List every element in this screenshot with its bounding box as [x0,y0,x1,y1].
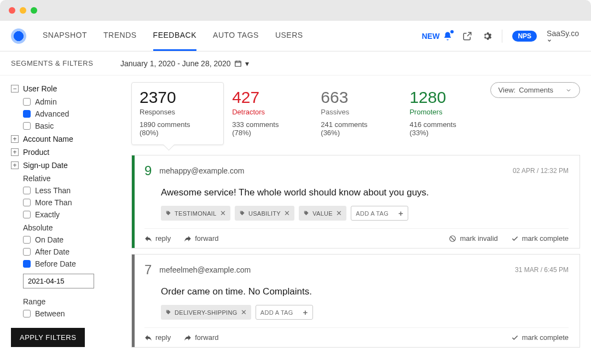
expand-icon: + [11,148,19,156]
plus-icon: + [398,209,403,218]
action-label: reply [155,333,171,342]
respondent-email[interactable]: mehappy@example.com [159,166,244,175]
filter-signup-date-toggle[interactable]: +Sign-up Date [11,161,109,170]
feedback-card: 7 mefeelmeh@example.com 31 MAR / 6:45 PM… [131,254,580,348]
stat-responses[interactable]: 2370 Responses 1890 comments (80%) [131,82,224,145]
filter-account-name-toggle[interactable]: +Account Name [11,135,109,143]
nav-trends[interactable]: TRENDS [103,21,137,51]
checkbox [23,110,31,118]
stat-detractors[interactable]: 427 Detractors 333 comments (78%) [224,82,312,145]
expand-icon: + [11,161,19,169]
filter-option-basic[interactable]: Basic [23,122,109,130]
nav-users[interactable]: USERS [275,21,303,51]
caret-down-icon: ▾ [245,59,249,68]
nav-auto-tags[interactable]: AUTO TAGS [213,21,259,51]
view-select[interactable]: View: Comments [490,82,580,98]
tag-remove-icon[interactable]: ✕ [220,209,226,217]
reply-action[interactable]: reply [144,333,171,342]
stat-label: Detractors [232,108,298,116]
option-label: Exactly [35,210,60,219]
forward-action[interactable]: forward [184,333,218,342]
tag-remove-icon[interactable]: ✕ [336,209,342,217]
tag-remove-icon[interactable]: ✕ [284,209,290,217]
checkbox [23,260,31,268]
stats-row: 2370 Responses 1890 comments (80%) 427 D… [131,82,591,145]
company-name: SaaSy.co [547,29,579,38]
filter-option-more-than[interactable]: More Than [23,198,109,207]
tag[interactable]: VALUE✕ [299,206,346,221]
filter-product-toggle[interactable]: +Product [11,148,109,157]
filter-option-admin[interactable]: Admin [23,97,109,106]
mark-complete-action[interactable]: mark complete [511,234,569,242]
checkbox [23,236,31,244]
bell-icon[interactable] [443,31,453,41]
date-range-text: January 1, 2020 - June 28, 2020 [120,59,231,68]
stat-passives[interactable]: 663 Passives 241 comments (36%) [312,82,401,145]
action-label: forward [195,333,218,342]
top-navigation: SNAPSHOT TRENDS FEEDBACK AUTO TAGS USERS… [0,21,591,51]
tag[interactable]: USABILITY✕ [235,206,294,221]
filter-option-exactly[interactable]: Exactly [23,210,109,219]
calendar-icon [234,60,242,67]
filter-option-less-than[interactable]: Less Than [23,186,109,195]
filter-option-between[interactable]: Between [23,309,109,318]
option-label: Admin [35,97,57,106]
share-icon[interactable] [462,31,472,41]
stat-number: 2370 [140,88,209,107]
date-range-picker[interactable]: January 1, 2020 - June 28, 2020 ▾ [120,59,249,68]
filter-label: Account Name [23,135,73,143]
checkbox [23,248,31,256]
stat-label: Responses [140,108,209,116]
nps-badge[interactable]: NPS [512,31,537,42]
window-close-dot[interactable] [9,7,15,14]
date-input[interactable] [23,274,94,288]
add-tag-label: ADD A TAG [356,210,389,217]
filter-label: Product [23,148,49,157]
option-label: Between [35,309,65,318]
feedback-card: 9 mehappy@example.com 02 APR / 12:32 PM … [131,155,580,249]
company-switcher[interactable]: SaaSy.co [547,29,580,43]
respondent-email[interactable]: mefeelmeh@example.com [159,265,251,274]
gear-icon[interactable] [482,31,492,41]
checkbox [23,199,31,206]
tag-label: DELIVERY-SHIPPING [175,309,237,316]
timestamp: 31 MAR / 6:45 PM [515,266,569,274]
action-label: mark complete [522,234,569,242]
tags-row: DELIVERY-SHIPPING✕ ADD A TAG+ [144,305,569,320]
timestamp: 02 APR / 12:32 PM [513,167,569,175]
window-maximize-dot[interactable] [31,7,37,14]
window-minimize-dot[interactable] [20,7,26,14]
view-value: Comments [519,86,553,94]
reply-action[interactable]: reply [144,234,171,242]
stat-promoters[interactable]: 1280 Promoters 416 comments (33%) [401,82,490,145]
mark-invalid-action[interactable]: mark invalid [449,234,497,242]
nps-score: 9 [144,163,152,178]
app-logo[interactable] [11,28,26,44]
new-link[interactable]: NEW [422,31,453,41]
filter-label: Sign-up Date [23,161,68,170]
separator [502,30,502,43]
nav-feedback[interactable]: FEEDBACK [153,21,196,51]
mark-complete-action[interactable]: mark complete [511,333,569,342]
tag-remove-icon[interactable]: ✕ [241,308,247,316]
action-label: mark invalid [460,234,497,242]
feedback-list: 9 mehappy@example.com 02 APR / 12:32 PM … [131,155,591,348]
add-tag-button[interactable]: ADD A TAG+ [351,206,408,221]
filter-option-advanced[interactable]: Advanced [23,109,109,118]
collapse-icon: − [11,85,19,93]
checkbox [23,122,31,130]
action-label: reply [155,234,171,242]
filter-option-after-date[interactable]: After Date [23,247,109,256]
add-tag-button[interactable]: ADD A TAG+ [256,305,313,320]
tags-row: TESTIMONAIL✕USABILITY✕VALUE✕ ADD A TAG+ [144,206,569,221]
tag[interactable]: TESTIMONAIL✕ [161,206,230,221]
filter-user-role-toggle[interactable]: − User Role [11,84,109,93]
tag-label: VALUE [312,210,333,217]
forward-action[interactable]: forward [184,234,218,242]
action-label: forward [195,234,218,242]
filter-option-before-date[interactable]: Before Date [23,259,109,268]
filter-option-on-date[interactable]: On Date [23,235,109,244]
nav-snapshot[interactable]: SNAPSHOT [43,21,87,51]
apply-filters-button[interactable]: APPLY FILTERS [11,328,85,347]
tag[interactable]: DELIVERY-SHIPPING✕ [161,305,251,320]
